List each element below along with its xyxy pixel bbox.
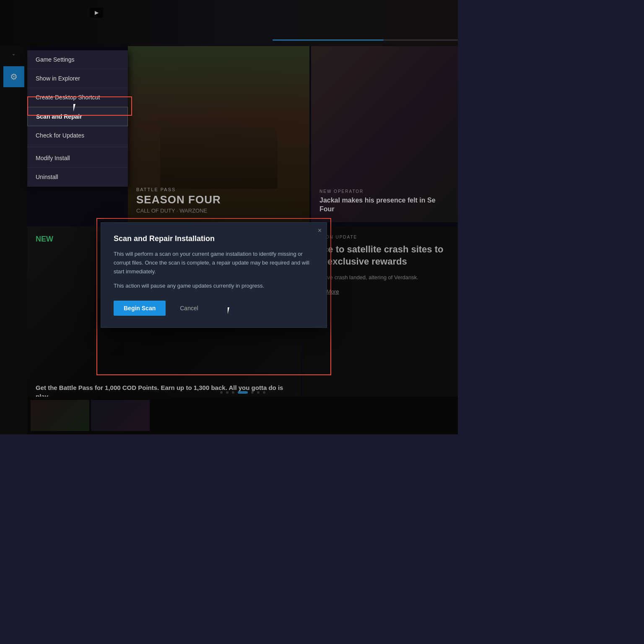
menu-separator	[27, 147, 128, 147]
dialog-buttons: Begin Scan Cancel	[114, 301, 314, 316]
dialog-note: This action will pause any game updates …	[114, 282, 314, 291]
menu-item-create-shortcut[interactable]: Create Desktop Shortcut	[27, 88, 128, 107]
cancel-button[interactable]: Cancel	[171, 301, 207, 316]
menu-item-scan-and-repair[interactable]: Scan and Repair	[27, 107, 128, 126]
menu-item-show-in-explorer[interactable]: Show in Explorer	[27, 69, 128, 88]
dialog-description: This will perform a scan on your current…	[114, 250, 314, 276]
launcher-background: ▶ ˅ ⚙ Game Settings Show in Explorer Cre…	[0, 0, 458, 434]
dialog-title: Scan and Repair Installation	[114, 234, 314, 243]
scan-repair-dialog: × Scan and Repair Installation This will…	[101, 222, 327, 328]
menu-item-check-updates[interactable]: Check for Updates	[27, 126, 128, 145]
menu-item-game-settings[interactable]: Game Settings	[27, 50, 128, 69]
context-menu: Game Settings Show in Explorer Create De…	[27, 50, 128, 187]
dialog-close-button[interactable]: ×	[318, 227, 322, 234]
menu-item-uninstall[interactable]: Uninstall	[27, 168, 128, 187]
begin-scan-button[interactable]: Begin Scan	[114, 301, 166, 316]
menu-item-modify-install[interactable]: Modify Install	[27, 149, 128, 168]
